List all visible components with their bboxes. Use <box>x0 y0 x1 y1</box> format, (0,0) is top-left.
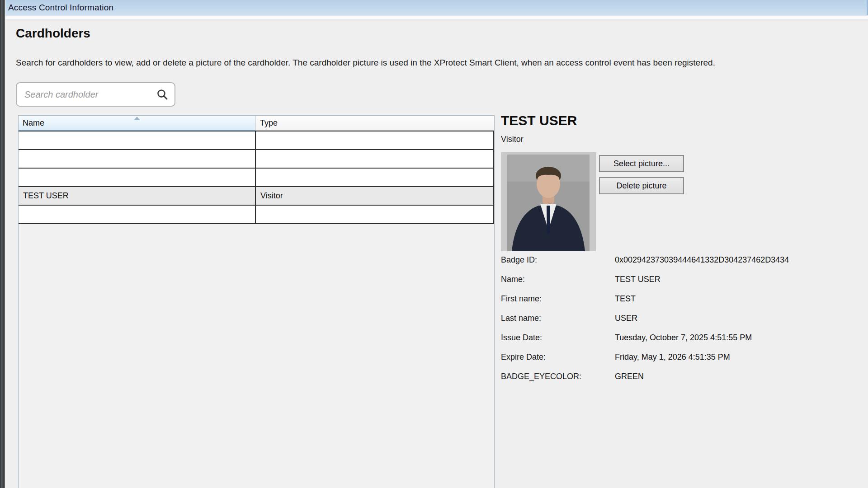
cardholder-list-header: Name Type <box>19 116 494 131</box>
window-title: Access Control Information <box>5 3 113 13</box>
field-label: Issue Date: <box>501 332 615 343</box>
cell-name[interactable]: TEST USER <box>19 187 256 205</box>
cardholder-type-subtitle: Visitor <box>501 135 524 144</box>
field-value: GREEN <box>615 371 789 381</box>
delete-picture-button[interactable]: Delete picture <box>599 177 684 194</box>
cell-name[interactable] <box>19 169 256 186</box>
cell-type[interactable] <box>256 169 493 186</box>
cardholder-photo <box>501 152 596 251</box>
table-row[interactable] <box>19 169 493 187</box>
cell-name[interactable] <box>19 206 256 223</box>
access-control-window: Access Control Information Cardholders S… <box>0 0 868 488</box>
cell-name[interactable] <box>19 131 256 149</box>
page-description: Search for cardholders to view, add or d… <box>16 58 865 68</box>
details-fields: Badge ID:0x002942373039444641332D3042374… <box>501 254 789 390</box>
cardholder-name-title: TEST USER <box>501 113 577 128</box>
table-row[interactable] <box>19 206 493 224</box>
field-value: TEST USER <box>615 274 789 284</box>
window-edge-splitter[interactable] <box>0 0 5 488</box>
field-label: Badge ID: <box>501 254 615 265</box>
cell-type[interactable] <box>256 150 493 168</box>
table-row[interactable] <box>19 150 493 169</box>
field-value: 0x002942373039444641332D304237462D3434 <box>615 254 789 265</box>
page-title: Cardholders <box>16 26 90 41</box>
field-value: TEST <box>615 293 789 304</box>
titlebar-divider <box>5 16 868 20</box>
table-row[interactable] <box>19 131 493 150</box>
column-header-type[interactable]: Type <box>256 116 494 131</box>
cell-type[interactable]: Visitor <box>256 187 493 205</box>
field-value: Friday, May 1, 2026 4:51:35 PM <box>615 352 789 362</box>
cell-type[interactable] <box>256 206 493 223</box>
column-header-name-label: Name <box>23 118 44 128</box>
field-value: USER <box>615 313 789 323</box>
cardholder-list: Name Type TEST USERVisitor <box>18 115 495 488</box>
select-picture-button[interactable]: Select picture... <box>599 155 684 172</box>
photo-tie <box>547 206 550 234</box>
field-label: Name: <box>501 274 615 284</box>
search-icon[interactable] <box>156 89 168 100</box>
search-box[interactable] <box>16 82 175 107</box>
field-value: Tuesday, October 7, 2025 4:51:55 PM <box>615 332 789 343</box>
column-header-name[interactable]: Name <box>19 116 256 131</box>
search-input[interactable] <box>17 89 156 100</box>
window-titlebar[interactable]: Access Control Information <box>5 0 868 15</box>
cell-name[interactable] <box>19 150 256 168</box>
field-label: Expire Date: <box>501 352 615 362</box>
field-label: BADGE_EYECOLOR: <box>501 371 615 381</box>
table-row[interactable]: TEST USERVisitor <box>19 187 493 206</box>
cell-type[interactable] <box>256 131 493 149</box>
cardholder-table-body: TEST USERVisitor <box>19 131 494 224</box>
sort-ascending-icon <box>134 117 140 120</box>
field-label: Last name: <box>501 313 615 323</box>
field-label: First name: <box>501 293 615 304</box>
column-header-type-label: Type <box>260 118 278 128</box>
